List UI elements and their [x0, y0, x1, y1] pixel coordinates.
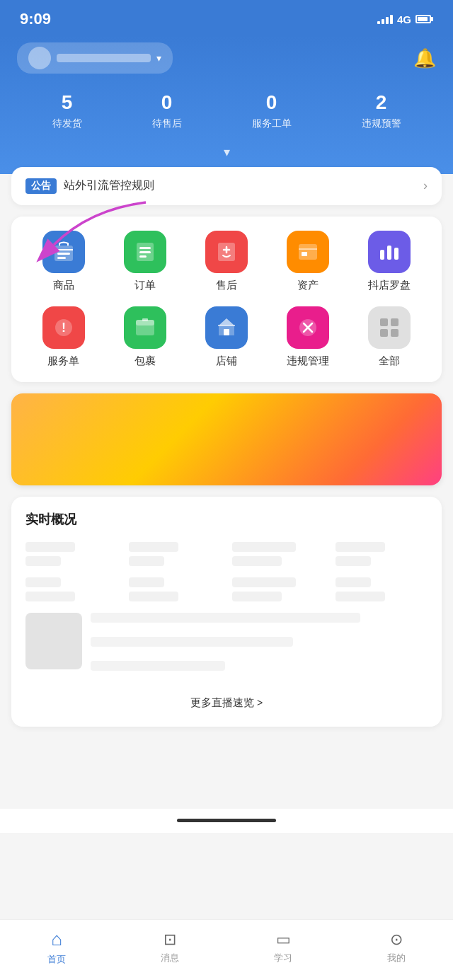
live-preview-row	[25, 613, 428, 679]
announcement-content: 公告 站外引流管控规则	[25, 178, 154, 194]
parcel-icon	[124, 306, 166, 349]
menu-label-all: 全部	[379, 354, 400, 368]
status-time: 9:09	[20, 10, 51, 28]
announcement-text: 站外引流管控规则	[64, 178, 154, 193]
chevron-down-icon: ▾	[156, 52, 161, 64]
nav-message[interactable]: ⊡ 消息	[161, 930, 179, 964]
svg-rect-19	[142, 318, 148, 321]
main-content: 公告 站外引流管控规则 ›	[0, 167, 453, 809]
live-thumbnail	[25, 613, 82, 669]
svg-text:!: !	[62, 321, 66, 335]
nav-learn[interactable]: ▭ 学习	[274, 930, 292, 964]
stat-violation[interactable]: 2 违规预警	[362, 91, 401, 130]
store-avatar	[28, 47, 51, 69]
nav-mine[interactable]: ⊙ 我的	[387, 930, 406, 964]
realtime-section: 实时概况	[11, 497, 442, 727]
blur-data-4	[336, 542, 428, 566]
header: ▾ 🔔 5 待发货 0 待售后 0 服务工单 2 违规预警 ▾	[0, 35, 453, 174]
svg-rect-14	[394, 248, 398, 260]
bell-icon[interactable]: 🔔	[413, 47, 436, 69]
more-live-link[interactable]: 更多直播速览 >	[25, 688, 428, 713]
stats-row: 5 待发货 0 待售后 0 服务工单 2 违规预警	[17, 91, 436, 130]
menu-item-parcel[interactable]: 包裹	[110, 306, 180, 368]
menu-item-violation[interactable]: 违规管理	[273, 306, 343, 368]
network-label: 4G	[397, 13, 411, 25]
stat-label-0: 待发货	[52, 117, 82, 130]
stat-number-3: 2	[376, 91, 387, 115]
svg-rect-6	[139, 251, 151, 253]
promotional-banner[interactable]	[11, 393, 442, 485]
svg-rect-9	[299, 244, 317, 260]
svg-rect-5	[139, 247, 151, 249]
svg-rect-26	[391, 318, 398, 326]
menu-label-store: 店铺	[216, 354, 237, 368]
menu-item-service[interactable]: ! 服务单	[28, 306, 99, 368]
assets-icon	[287, 231, 329, 273]
stat-label-2: 服务工单	[252, 117, 292, 130]
menu-row-2: ! 服务单 包裹	[23, 306, 430, 368]
svg-rect-28	[391, 329, 398, 337]
svg-rect-27	[380, 329, 388, 337]
more-live-text: 更多直播速览	[190, 696, 254, 710]
store-selector[interactable]: ▾	[17, 42, 173, 74]
menu-label-compass: 抖店罗盘	[368, 279, 411, 292]
stat-after-sale[interactable]: 0 待售后	[152, 91, 182, 130]
menu-item-store[interactable]: 店铺	[191, 306, 262, 368]
svg-rect-2	[57, 253, 70, 255]
blur-data-3	[232, 542, 324, 566]
status-icons: 4G	[377, 13, 433, 25]
stat-number-0: 5	[62, 91, 73, 115]
menu-label-products: 商品	[53, 279, 74, 292]
signal-icon	[377, 14, 393, 24]
aftersale-icon	[205, 231, 248, 273]
announcement-bar[interactable]: 公告 站外引流管控规则 ›	[11, 167, 442, 205]
menu-item-orders[interactable]: 订单	[110, 231, 180, 292]
stat-number-1: 0	[161, 91, 173, 115]
svg-rect-10	[299, 248, 317, 250]
menu-label-violation: 违规管理	[287, 354, 329, 368]
nav-home[interactable]: ⌂ 首页	[47, 928, 66, 966]
violation-icon	[287, 306, 329, 349]
announcement-tag: 公告	[25, 178, 57, 194]
message-icon: ⊡	[164, 930, 176, 949]
nav-home-label: 首页	[47, 953, 66, 966]
stat-label-1: 待售后	[152, 117, 182, 130]
menu-label-orders: 订单	[134, 279, 156, 292]
header-top: ▾ 🔔	[17, 42, 436, 74]
menu-item-compass[interactable]: 抖店罗盘	[354, 231, 425, 292]
blur-data-8	[336, 577, 428, 601]
svg-rect-3	[57, 257, 66, 259]
products-icon	[42, 231, 85, 273]
menu-label-parcel: 包裹	[134, 354, 156, 368]
stat-number-2: 0	[266, 91, 277, 115]
store-name	[57, 54, 151, 62]
menu-grid: 商品 订单	[11, 217, 442, 382]
nav-learn-label: 学习	[274, 952, 292, 964]
blur-data-5	[25, 577, 117, 601]
user-icon: ⊙	[390, 930, 403, 949]
expand-chevron-icon: ▾	[224, 144, 230, 160]
svg-rect-25	[380, 318, 388, 326]
blur-data-1	[25, 542, 117, 566]
service-icon: !	[42, 306, 85, 349]
store-icon	[205, 306, 248, 349]
home-indicator	[0, 809, 453, 833]
menu-item-assets[interactable]: 资产	[273, 231, 343, 292]
svg-rect-21	[218, 325, 235, 326]
menu-item-aftersale[interactable]: 售后	[191, 231, 262, 292]
home-bar	[177, 819, 276, 822]
menu-item-all[interactable]: 全部	[354, 306, 425, 368]
expand-button[interactable]: ▾	[17, 144, 436, 160]
home-icon: ⌂	[51, 928, 62, 950]
status-bar: 9:09 4G	[0, 0, 453, 35]
menu-item-products[interactable]: 商品	[28, 231, 99, 292]
nav-mine-label: 我的	[387, 952, 406, 964]
menu-label-service: 服务单	[47, 354, 79, 368]
blur-data-6	[129, 577, 221, 601]
menu-label-aftersale: 售后	[216, 279, 237, 292]
more-arrow-icon: >	[257, 697, 263, 708]
nav-message-label: 消息	[161, 952, 179, 964]
stat-service-order[interactable]: 0 服务工单	[252, 91, 292, 130]
orders-icon	[124, 231, 166, 273]
stat-pending-ship[interactable]: 5 待发货	[52, 91, 82, 130]
